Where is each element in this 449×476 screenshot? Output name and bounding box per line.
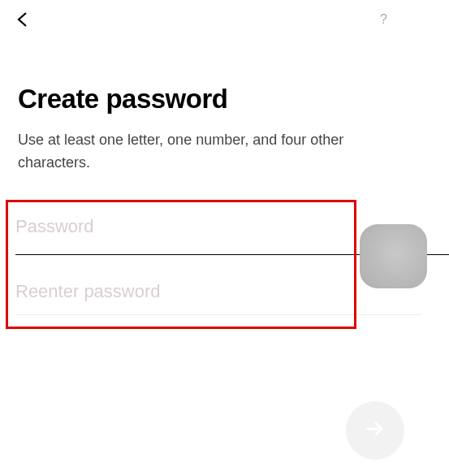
- help-icon[interactable]: ?: [380, 12, 387, 27]
- floating-overlay: [360, 224, 427, 288]
- page-subtitle: Use at least one letter, one number, and…: [18, 129, 431, 175]
- input-underline: [15, 314, 421, 315]
- reenter-password-input[interactable]: [15, 281, 421, 302]
- next-button[interactable]: [346, 401, 404, 460]
- arrow-right-icon: [364, 418, 386, 444]
- back-button[interactable]: [13, 10, 32, 29]
- page-title: Create password: [18, 84, 431, 115]
